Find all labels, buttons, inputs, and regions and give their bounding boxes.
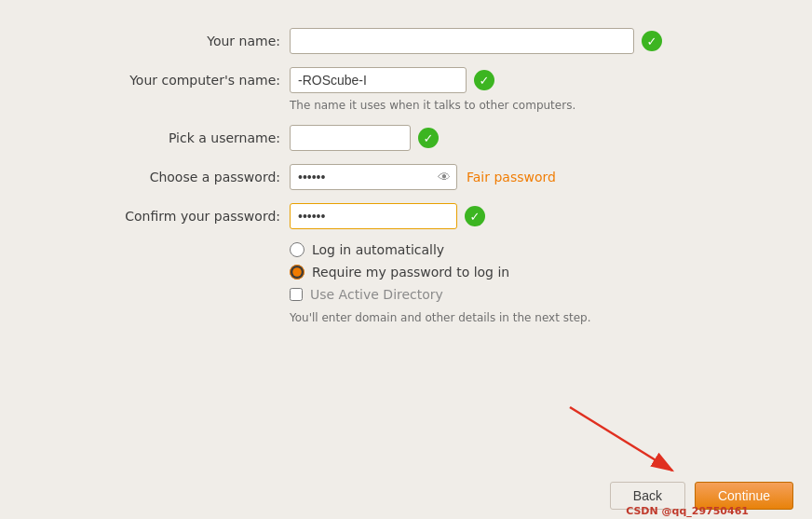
require-password-option[interactable]: Require my password to log in <box>290 265 695 280</box>
form-container: Your name: ✓ Your computer's name: ✓ The… <box>117 28 695 324</box>
computer-name-label: Your computer's name: <box>117 73 290 88</box>
password-toggle-icon[interactable]: 👁 <box>438 170 451 184</box>
active-directory-hint: You'll enter domain and other details in… <box>290 311 695 324</box>
computer-name-row: Your computer's name: ✓ <box>117 67 695 93</box>
password-input[interactable] <box>290 164 457 190</box>
active-directory-option[interactable]: Use Active Directory <box>290 287 695 302</box>
login-options-group: Log in automatically Require my password… <box>290 242 695 302</box>
main-content: Your name: ✓ Your computer's name: ✓ The… <box>0 0 812 519</box>
confirm-password-label: Confirm your password: <box>117 209 290 224</box>
username-row: Pick a username: ✓ <box>117 125 695 151</box>
password-label: Choose a password: <box>117 170 290 184</box>
watermark: CSDN @qq_29750461 <box>626 505 749 517</box>
computer-name-check-icon: ✓ <box>474 70 494 90</box>
password-row: Choose a password: 👁 Fair password <box>117 164 695 190</box>
auto-login-option[interactable]: Log in automatically <box>290 242 695 257</box>
password-wrapper: 👁 <box>290 164 457 190</box>
username-label: Pick a username: <box>117 130 290 145</box>
auto-login-radio[interactable] <box>290 242 304 257</box>
your-name-input[interactable] <box>290 28 634 54</box>
active-directory-label: Use Active Directory <box>310 287 443 302</box>
auto-login-label: Log in automatically <box>312 242 444 257</box>
confirm-password-row: Confirm your password: ✓ <box>117 203 695 229</box>
confirm-password-check-icon: ✓ <box>465 206 485 226</box>
require-password-radio[interactable] <box>290 265 304 280</box>
confirm-password-input[interactable] <box>290 203 457 229</box>
computer-name-input[interactable] <box>290 67 467 93</box>
username-input[interactable] <box>290 125 411 151</box>
computer-name-hint: The name it uses when it talks to other … <box>290 99 695 112</box>
require-password-label: Require my password to log in <box>312 265 509 280</box>
your-name-label: Your name: <box>117 34 290 48</box>
active-directory-checkbox[interactable] <box>290 288 303 301</box>
your-name-check-icon: ✓ <box>642 31 662 51</box>
username-check-icon: ✓ <box>418 128 439 148</box>
your-name-row: Your name: ✓ <box>117 28 695 54</box>
password-strength-label: Fair password <box>467 170 556 184</box>
